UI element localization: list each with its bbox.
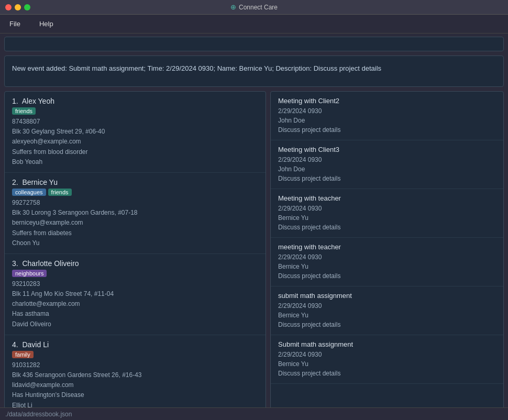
events-panel[interactable]: Meeting with Client2 2/29/2024 0930 John… (270, 91, 504, 419)
event-detail: 2/29/2024 0930 John Doe Discuss project … (278, 106, 496, 135)
contact-tag: friends (12, 107, 36, 115)
event-detail: 2/29/2024 0930 Bernice Yu Discuss projec… (278, 350, 496, 378)
contact-name: 4. David Li (12, 340, 258, 349)
main-content: 1. Alex Yeoh friends 87438807 Blk 30 Gey… (4, 91, 504, 419)
titlebar: ⊕ Connect Care (0, 0, 508, 15)
contact-tag: friends (48, 189, 72, 196)
menu-file[interactable]: File (5, 18, 25, 30)
contact-name: 1. Alex Yeoh (12, 97, 258, 105)
statusbar-text: ./data/addressbook.json (5, 411, 72, 418)
menu-help[interactable]: Help (35, 18, 58, 30)
minimize-button[interactable] (15, 4, 21, 10)
event-detail: 2/29/2024 0930 Bernice Yu Discuss projec… (278, 252, 496, 281)
close-button[interactable] (5, 4, 12, 10)
app-icon: ⊕ (230, 3, 236, 11)
notification-bar: New event added: Submit math assignment;… (4, 56, 504, 87)
event-item[interactable]: Meeting with Client3 2/29/2024 0930 John… (271, 140, 503, 189)
contact-detail: 87438807 Blk 30 Geylang Street 29, #06-4… (12, 117, 258, 167)
contact-item[interactable]: 4. David Li family 91031282 Blk 436 Sera… (5, 335, 266, 416)
event-item[interactable]: Meeting with teacher 2/29/2024 0930 Bern… (271, 189, 503, 238)
menubar: File Help (0, 15, 508, 34)
contact-detail: 93210283 Blk 11 Ang Mo Kio Street 74, #1… (12, 279, 258, 329)
event-item[interactable]: Submit math assignment 2/29/2024 0930 Be… (271, 335, 503, 384)
event-title: meeting with teacher (278, 243, 496, 251)
contact-tags: friends (12, 107, 258, 115)
notification-text: New event added: Submit math assignment;… (12, 64, 381, 72)
app-title-text: Connect Care (239, 4, 278, 11)
event-item[interactable]: submit math assignment 2/29/2024 0930 Be… (271, 286, 503, 335)
app-title: ⊕ Connect Care (230, 3, 278, 11)
window-controls (5, 4, 30, 10)
contact-tags: neighbours (12, 270, 258, 277)
contact-name: 2. Bernice Yu (12, 178, 258, 186)
event-title: Meeting with teacher (278, 194, 496, 202)
search-bar[interactable] (4, 37, 504, 51)
contact-item[interactable]: 1. Alex Yeoh friends 87438807 Blk 30 Gey… (5, 92, 266, 173)
event-title: Submit math assignment (278, 340, 496, 348)
contact-tags: family (12, 351, 258, 358)
contacts-panel[interactable]: 1. Alex Yeoh friends 87438807 Blk 30 Gey… (4, 91, 266, 419)
event-title: Meeting with Client2 (278, 97, 496, 105)
event-detail: 2/29/2024 0930 Bernice Yu Discuss projec… (278, 301, 496, 329)
event-item[interactable]: meeting with teacher 2/29/2024 0930 Bern… (271, 238, 503, 286)
maximize-button[interactable] (24, 4, 30, 10)
contact-name: 3. Charlotte Oliveiro (12, 259, 258, 268)
contact-tag: family (12, 351, 34, 358)
contact-tag: neighbours (12, 270, 47, 277)
contact-tags: colleaguesfriends (12, 189, 258, 196)
contact-detail: 99272758 Blk 30 Lorong 3 Serangoon Garde… (12, 198, 258, 248)
event-detail: 2/29/2024 0930 Bernice Yu Discuss projec… (278, 204, 496, 232)
contact-item[interactable]: 2. Bernice Yu colleaguesfriends 99272758… (5, 173, 266, 254)
statusbar: ./data/addressbook.json (0, 407, 508, 420)
event-item[interactable]: Meeting with Client2 2/29/2024 0930 John… (271, 92, 503, 140)
contact-tag: colleagues (12, 189, 46, 196)
contact-detail: 91031282 Blk 436 Serangoon Gardens Stree… (12, 360, 258, 411)
event-title: Meeting with Client3 (278, 146, 496, 153)
event-title: submit math assignment (278, 292, 496, 300)
search-input[interactable] (5, 37, 503, 51)
contact-item[interactable]: 3. Charlotte Oliveiro neighbours 9321028… (5, 254, 266, 335)
event-detail: 2/29/2024 0930 John Doe Discuss project … (278, 155, 496, 183)
